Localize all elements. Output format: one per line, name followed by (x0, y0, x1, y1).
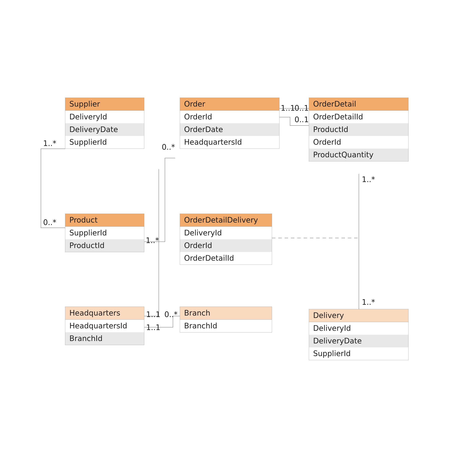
mult-orderdetail-1s-bot: 1..* (362, 175, 375, 184)
entity-branch: Branch BranchId (180, 306, 272, 332)
mult-order-0s-left: 0..* (162, 143, 175, 151)
entity-row: OrderDetailId (180, 252, 272, 265)
entity-row: OrderDetailId (309, 111, 408, 123)
entity-row: HeadquartersId (65, 320, 144, 332)
entity-orderdetail: OrderDetail OrderDetailId ProductId Orde… (309, 98, 408, 161)
entity-row: DeliveryId (180, 227, 272, 239)
entity-row: ProductId (309, 123, 408, 136)
entity-row: ProductId (65, 239, 144, 252)
entity-row: SupplierId (309, 347, 408, 360)
entity-row: HeadquartersId (180, 136, 279, 149)
entity-title: Branch (180, 307, 272, 320)
entity-row: ProductQuantity (309, 149, 408, 161)
mult-product-0s: 0..* (43, 218, 56, 227)
entity-row: DeliveryId (65, 111, 144, 123)
mult-product-1s-right: 1..* (146, 236, 159, 245)
entity-row: OrderId (180, 239, 272, 252)
entity-order: Order OrderId OrderDate HeadquartersId (180, 98, 279, 149)
mult-orderdetail-01-top: 0..1 (294, 104, 309, 112)
entity-product: Product SupplierId ProductId (65, 214, 144, 252)
entity-delivery: Delivery DeliveryId DeliveryDate Supplie… (309, 309, 408, 360)
entity-headquarters: Headquarters HeadquartersId BranchId (65, 306, 144, 345)
entity-title: Headquarters (65, 307, 144, 320)
entity-title: OrderDetail (309, 98, 408, 111)
mult-order-11-right: 1..1 (281, 104, 295, 112)
entity-title: Supplier (65, 98, 144, 111)
entity-title: Order (180, 98, 279, 111)
entity-row: OrderDate (180, 123, 279, 136)
entity-orderdetaildelivery: OrderDetailDelivery DeliveryId OrderId O… (180, 214, 272, 265)
entity-title: Product (65, 214, 144, 227)
mult-orderdetail-01-low: 0..1 (294, 115, 309, 124)
entity-row: SupplierId (65, 136, 144, 149)
mult-branch-0s-left: 0..* (164, 310, 178, 319)
entity-row: BranchId (180, 320, 272, 332)
mult-supplier-1s: 1..* (43, 139, 56, 148)
entity-title: Delivery (309, 309, 408, 322)
entity-row: OrderId (309, 136, 408, 149)
mult-headquarters-11-a: 1..1 (146, 310, 160, 319)
mult-delivery-1s-top: 1..* (362, 298, 375, 306)
entity-row: DeliveryDate (65, 123, 144, 136)
entity-row: DeliveryId (309, 322, 408, 335)
entity-supplier: Supplier DeliveryId DeliveryDate Supplie… (65, 98, 144, 149)
entity-title: OrderDetailDelivery (180, 214, 272, 227)
diagram-canvas: Supplier DeliveryId DeliveryDate Supplie… (0, 0, 476, 476)
mult-headquarters-11-b: 1..1 (146, 323, 160, 332)
entity-row: DeliveryDate (309, 335, 408, 347)
entity-row: SupplierId (65, 227, 144, 239)
entity-row: OrderId (180, 111, 279, 123)
entity-row: BranchId (65, 332, 144, 345)
